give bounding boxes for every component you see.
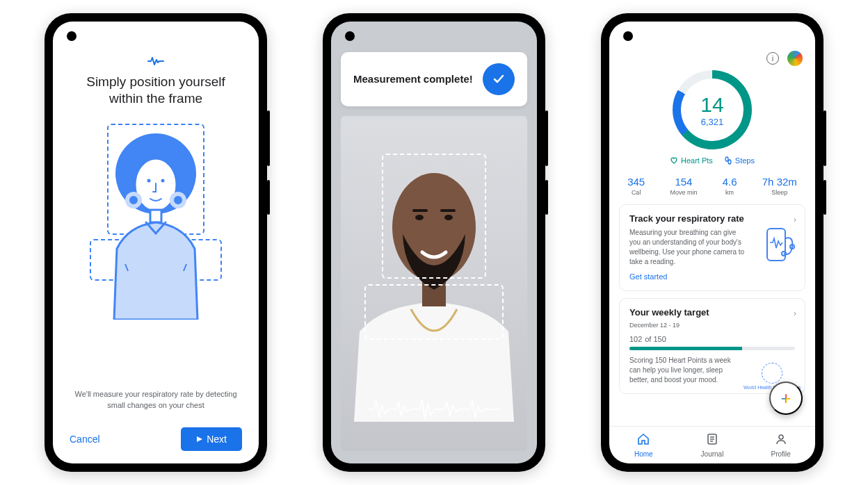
svg-point-3 bbox=[161, 179, 165, 182]
chevron-right-icon: › bbox=[794, 309, 796, 318]
svg-point-15 bbox=[725, 157, 728, 161]
profile-icon bbox=[775, 433, 787, 448]
card-title: Your weekly target bbox=[629, 307, 795, 318]
heart-icon bbox=[670, 156, 678, 165]
weekly-target-card[interactable]: Your weekly target December 12 - 19 102 … bbox=[619, 298, 805, 394]
camera-punch-hole bbox=[623, 31, 633, 41]
journal-icon bbox=[706, 433, 718, 448]
stat-km[interactable]: 4.6 km bbox=[723, 176, 737, 196]
framing-illustration bbox=[70, 121, 242, 384]
dashboard-header: i bbox=[609, 22, 815, 69]
legend-heart-pts: Heart Pts bbox=[670, 156, 713, 165]
dashboard-cards: Track your respiratory rate Measuring yo… bbox=[609, 204, 815, 394]
respiration-waveform bbox=[368, 397, 500, 422]
add-fab[interactable]: + bbox=[769, 381, 803, 415]
cancel-button[interactable]: Cancel bbox=[70, 434, 100, 445]
weekly-progress-bar bbox=[629, 347, 795, 350]
steps-value: 6,321 bbox=[700, 117, 723, 127]
nav-home[interactable]: Home bbox=[609, 427, 678, 463]
viewfinder-chest-frame bbox=[364, 284, 504, 340]
camera-viewfinder bbox=[341, 116, 527, 451]
weekly-progress-value: 102 of 150 bbox=[629, 333, 795, 344]
help-icon[interactable]: i bbox=[766, 52, 779, 65]
svg-point-2 bbox=[147, 179, 151, 182]
card-title: Track your respiratory rate bbox=[629, 213, 795, 224]
phone-frame-dashboard: i 14 6,321 Heart Pts Steps 345 bbox=[601, 13, 823, 472]
screen-onboarding: Simply position yourself within the fram… bbox=[53, 22, 259, 463]
check-icon bbox=[491, 72, 506, 87]
stat-move-min[interactable]: 154 Move min bbox=[670, 176, 697, 196]
measurement-complete-card: Measurement complete! bbox=[341, 52, 527, 106]
next-button-label: Next bbox=[207, 434, 227, 445]
respiratory-rate-card[interactable]: Track your respiratory rate Measuring yo… bbox=[619, 204, 805, 291]
bottom-nav: Home Journal Profile bbox=[609, 426, 815, 463]
screen-measurement: Measurement complete! bbox=[331, 22, 537, 463]
nav-journal[interactable]: Journal bbox=[678, 427, 747, 463]
legend-steps: Steps bbox=[724, 156, 755, 165]
viewfinder-head-frame bbox=[382, 154, 486, 279]
onboarding-footer: Cancel Next bbox=[70, 427, 242, 451]
camera-punch-hole bbox=[67, 31, 77, 41]
play-icon bbox=[196, 436, 203, 443]
phone-camera-icon bbox=[763, 226, 795, 265]
card-date-range: December 12 - 19 bbox=[629, 322, 795, 329]
next-button[interactable]: Next bbox=[181, 427, 242, 451]
camera-punch-hole bbox=[345, 31, 355, 41]
onboarding-caption: We'll measure your respiratory rate by d… bbox=[70, 389, 242, 411]
svg-rect-6 bbox=[150, 210, 161, 222]
activity-ring-wrap: 14 6,321 bbox=[609, 70, 815, 149]
who-icon bbox=[762, 363, 782, 384]
ring-legend: Heart Pts Steps bbox=[609, 156, 815, 165]
onboarding-title: Simply position yourself within the fram… bbox=[70, 74, 242, 107]
phone-frame-measurement: Measurement complete! bbox=[323, 13, 545, 472]
stats-row: 345 Cal 154 Move min 4.6 km 7h 32m Sleep bbox=[615, 176, 810, 196]
nav-profile[interactable]: Profile bbox=[746, 427, 815, 463]
pulse-icon bbox=[147, 55, 164, 69]
phone-frame-onboarding: Simply position yourself within the fram… bbox=[45, 13, 267, 472]
card-body: Scoring 150 Heart Points a week can help… bbox=[629, 356, 735, 385]
screen-dashboard: i 14 6,321 Heart Pts Steps 345 bbox=[609, 22, 815, 463]
chevron-right-icon: › bbox=[794, 215, 796, 224]
svg-point-24 bbox=[779, 435, 783, 439]
checkmark-badge bbox=[483, 63, 515, 95]
stat-cal[interactable]: 345 Cal bbox=[627, 176, 645, 196]
steps-icon bbox=[724, 156, 732, 165]
activity-ring[interactable]: 14 6,321 bbox=[673, 70, 752, 149]
get-started-link[interactable]: Get started bbox=[629, 272, 667, 281]
stat-sleep[interactable]: 7h 32m Sleep bbox=[762, 176, 797, 196]
plus-icon: + bbox=[780, 388, 791, 409]
card-body: Measuring your breathing can give you an… bbox=[629, 228, 746, 267]
home-icon bbox=[637, 433, 650, 448]
heart-points-value: 14 bbox=[700, 93, 723, 117]
svg-point-16 bbox=[728, 160, 731, 164]
profile-avatar[interactable] bbox=[787, 51, 803, 66]
measurement-complete-text: Measurement complete! bbox=[353, 72, 473, 86]
person-illustration bbox=[86, 125, 225, 320]
